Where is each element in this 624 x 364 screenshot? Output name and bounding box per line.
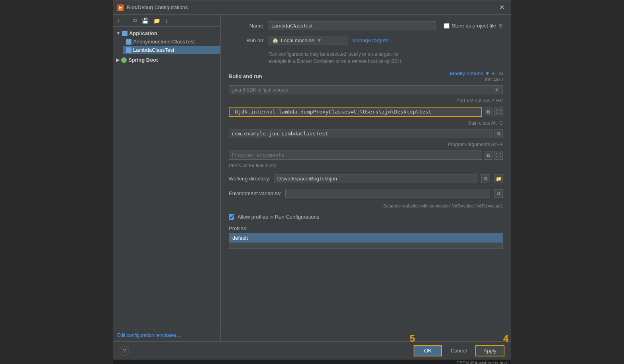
vm-copy-btn[interactable]: ⧉: [484, 108, 493, 116]
edit-config-link[interactable]: Edit configuration templates...: [113, 329, 220, 341]
spring-boot-label: Spring Boot: [128, 57, 158, 63]
spring-boot-section: ▶ Spring Boot: [113, 55, 220, 65]
run-debug-dialog: ▶ Run/Debug Configurations ✕ + − ⧉ 💾 📁 ↕…: [113, 0, 511, 364]
close-button[interactable]: ✕: [497, 3, 507, 12]
profiles-section: Profiles: default: [229, 225, 503, 249]
env-vars-label: Environment variables:: [229, 190, 281, 196]
working-dir-folder-btn[interactable]: 📁: [494, 174, 503, 183]
program-args-row: ⧉ ⛶: [229, 151, 503, 160]
modify-options-link[interactable]: Modify options ▼ Alt+M: [450, 70, 503, 76]
add-vm-hint: Add VM options Alt+V: [457, 98, 503, 104]
main-class-row: ⧉: [229, 129, 503, 138]
description-text: Run configurations may be executed local…: [269, 51, 503, 65]
csdn-bar: CSDN @Anywhere is bug: [113, 360, 511, 364]
expand-icon: ▼: [116, 31, 120, 35]
store-checkbox[interactable]: [444, 23, 449, 29]
working-dir-row: Working directory: ⧉ 📁: [229, 174, 503, 183]
prog-expand-btn[interactable]: ⛶: [494, 151, 503, 160]
working-dir-browse-btn[interactable]: ⧉: [481, 174, 490, 183]
anon-label: AnonymousInnerClassTest: [133, 39, 195, 45]
main-class-input[interactable]: [229, 129, 493, 138]
program-args-input[interactable]: [229, 151, 482, 160]
manage-targets-link[interactable]: Manage targets...: [352, 37, 392, 43]
allow-profiles-label: Allow profiles in Run Configurations: [237, 214, 319, 220]
prog-copy-btn[interactable]: ⧉: [484, 151, 493, 160]
tree-children: AnonymousInnerClassTest LambdaClassTest: [113, 37, 220, 54]
spring-icon: [121, 57, 127, 63]
title-bar-left: ▶ Run/Debug Configurations: [117, 4, 188, 11]
remove-button[interactable]: −: [124, 17, 130, 25]
config-tree: ▼ Application AnonymousInnerClassTest La…: [113, 27, 220, 329]
home-icon: 🏠: [272, 37, 279, 43]
run-on-row: Run on: 🏠 Local machine ▼ Manage targets…: [229, 36, 503, 45]
working-dir-label: Working directory:: [229, 176, 271, 182]
right-panel: Name: Store as project file ⚙ Run on: 🏠 …: [221, 15, 511, 341]
lambda-label: LambdaClassTest: [133, 47, 174, 53]
run-on-value: Local machine: [281, 37, 314, 43]
env-vars-input[interactable]: [285, 189, 490, 198]
application-label: Application: [129, 30, 157, 36]
bottom-bar: ? 5 OK Cancel 4 Apply: [113, 341, 511, 360]
main-class-hint-row: Main class Alt+C: [229, 120, 503, 126]
lambda-class-item[interactable]: LambdaClassTest: [123, 46, 220, 54]
folder-button[interactable]: 📁: [152, 17, 162, 25]
main-copy-btn[interactable]: ⧉: [494, 129, 503, 138]
application-header[interactable]: ▼ Application: [113, 29, 220, 37]
profiles-label: Profiles:: [229, 225, 503, 231]
env-sep-hint: Separate variables with semicolon: VAR=v…: [229, 204, 503, 208]
jre-hint: JRE Alt+J: [484, 77, 503, 82]
build-run-section: Build and run Modify options ▼ Alt+M JRE…: [229, 70, 503, 168]
add-button[interactable]: +: [116, 17, 122, 25]
env-row: Environment variables: ⧉: [229, 189, 503, 198]
help-button[interactable]: ?: [120, 346, 129, 356]
dropdown-arrow: ▼: [317, 37, 322, 43]
sdk-dropdown[interactable]: java 8 SDK of 'jun' module ▼: [229, 85, 503, 94]
build-run-title: Build and run: [229, 73, 262, 79]
chevron-down-icon: ▼: [485, 70, 490, 76]
default-profile[interactable]: default: [229, 233, 502, 243]
sdk-value: java 8 SDK of 'jun' module: [232, 87, 288, 93]
vm-expand-btn[interactable]: ⛶: [494, 108, 503, 116]
anonymous-inner-class-item[interactable]: AnonymousInnerClassTest: [123, 37, 220, 46]
run-on-dropdown[interactable]: 🏠 Local machine ▼: [269, 36, 348, 45]
bottom-container: ? 5 OK Cancel 4 Apply CSDN @Anywhere is …: [113, 341, 511, 364]
toolbar: + − ⧉ 💾 📁 ↕: [113, 15, 220, 27]
prog-args-hint-row: Program arguments Alt+R: [229, 141, 503, 147]
left-panel: + − ⧉ 💾 📁 ↕ ▼ Application: [113, 15, 221, 341]
vm-hint-row: Add VM options Alt+V: [229, 98, 503, 104]
sdk-arrow: ▼: [494, 87, 499, 93]
apply-button[interactable]: Apply: [475, 345, 504, 356]
ok-button[interactable]: OK: [414, 345, 442, 356]
store-row: Store as project file ⚙: [444, 23, 503, 29]
store-label: Store as project file: [452, 23, 496, 29]
sdk-row: java 8 SDK of 'jun' module ▼: [229, 85, 503, 94]
copy-button[interactable]: ⧉: [131, 16, 139, 25]
profiles-list[interactable]: default: [229, 233, 503, 249]
run-on-label: Run on:: [229, 37, 265, 43]
sort-button[interactable]: ↕: [163, 17, 169, 25]
cancel-button[interactable]: Cancel: [446, 346, 471, 356]
vm-options-input[interactable]: [229, 107, 482, 117]
env-browse-btn[interactable]: ⧉: [494, 189, 503, 198]
bottom-actions: 5 OK Cancel 4 Apply: [414, 345, 504, 356]
application-section: ▼ Application AnonymousInnerClassTest La…: [113, 28, 220, 55]
spring-expand-icon: ▶: [116, 58, 120, 62]
dialog-body: + − ⧉ 💾 📁 ↕ ▼ Application: [113, 15, 511, 341]
allow-profiles-checkbox[interactable]: [229, 214, 234, 220]
config-icon: [126, 39, 131, 45]
build-header-row: Build and run Modify options ▼ Alt+M JRE…: [229, 70, 503, 82]
dialog-icon: ▶: [117, 4, 124, 11]
title-bar: ▶ Run/Debug Configurations ✕: [113, 0, 511, 15]
working-dir-input[interactable]: [275, 174, 477, 183]
name-label: Name:: [229, 23, 265, 29]
dialog-title: Run/Debug Configurations: [127, 4, 188, 10]
prog-args-hint: Program arguments Alt+R: [448, 142, 503, 147]
allow-profiles-row: Allow profiles in Run Configurations: [229, 214, 503, 220]
gear-icon[interactable]: ⚙: [498, 23, 503, 29]
main-class-hint: Main class Alt+C: [467, 120, 503, 126]
save-button[interactable]: 💾: [140, 17, 150, 25]
spring-boot-header[interactable]: ▶ Spring Boot: [113, 56, 220, 64]
config-icon-selected: [126, 47, 131, 53]
name-row: Name: Store as project file ⚙: [229, 21, 503, 30]
name-input[interactable]: [269, 21, 436, 30]
